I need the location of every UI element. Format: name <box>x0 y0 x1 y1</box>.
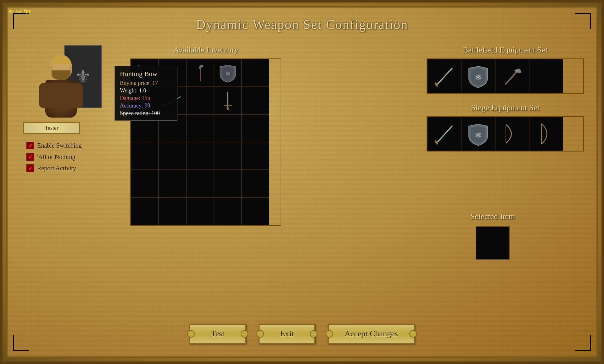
siege-cell-2[interactable] <box>495 117 529 151</box>
item-tooltip: Hunting Bow Buying price: 17 Weight: 1.0… <box>115 66 177 121</box>
parchment-background: 80.02 fps Dynamic Weapon Set Configurati… <box>6 6 598 358</box>
page-title: Dynamic Weapon Set Configuration <box>8 17 596 32</box>
inventory-cell-4-4[interactable] <box>242 170 269 197</box>
battlefield-set-title: Battlefield Equipment Set <box>427 45 584 55</box>
inventory-cell-3-0[interactable] <box>131 142 159 170</box>
selected-item-title: Selected Item <box>414 212 571 221</box>
selected-item-section: Selected Item <box>414 212 571 260</box>
svg-line-14 <box>436 126 452 143</box>
tooltip-accuracy: Accuracy: 99 <box>120 102 172 109</box>
battlefield-cell-0[interactable] <box>427 59 461 93</box>
character-arms <box>39 83 83 108</box>
inventory-cell-4-0[interactable] <box>131 170 159 197</box>
inventory-cell-0-2[interactable] <box>186 59 214 87</box>
svg-text:❄: ❄ <box>225 70 231 77</box>
equipment-section: Battlefield Equipment Set <box>427 45 584 161</box>
siege-cell-3[interactable] <box>529 117 563 151</box>
inventory-cell-3-3[interactable] <box>214 142 242 170</box>
inventory-cell-1-2[interactable] <box>186 87 214 114</box>
inventory-cell-4-1[interactable] <box>159 170 186 197</box>
battlefield-grid: ❄ <box>427 58 584 94</box>
inventory-cell-3-1[interactable] <box>159 142 186 170</box>
bottom-buttons: Test Exit Accept Changes <box>8 324 596 344</box>
checkbox-all-or-nothing-icon[interactable] <box>26 153 34 161</box>
checkboxes-container: Enable Switching 'All or Nothing' Report… <box>26 142 121 172</box>
svg-text:❄: ❄ <box>475 73 482 82</box>
axe-icon <box>185 58 216 89</box>
battlefield-equipment-set: Battlefield Equipment Set <box>427 45 584 94</box>
checkbox-enable-switching-icon[interactable] <box>26 142 34 149</box>
sword2-icon <box>217 90 239 112</box>
siege-set-title: Siege Equipment Set <box>427 103 584 113</box>
fps-counter: 80.02 fps <box>9 9 31 14</box>
inventory-cell-4-2[interactable] <box>186 170 214 197</box>
tooltip-item-name: Hunting Bow <box>120 70 172 78</box>
character-section: ⚜ Tester E <box>20 45 121 176</box>
battlefield-cell-2[interactable] <box>495 59 529 93</box>
tooltip-price: Buying price: 17 <box>120 80 172 86</box>
exit-button[interactable]: Exit <box>259 324 315 344</box>
accept-changes-button[interactable]: Accept Changes <box>328 324 415 344</box>
inventory-title: Available Inventory <box>130 45 281 55</box>
tooltip-speed: Speed rating: 100 <box>120 110 172 117</box>
selected-item-box[interactable] <box>476 226 510 260</box>
inventory-cell-4-3[interactable] <box>214 170 242 197</box>
battlefield-shield-icon: ❄ <box>464 62 492 90</box>
checkbox-item[interactable]: Report Activity <box>26 164 121 172</box>
checkbox-report-activity-label: Report Activity <box>37 165 76 172</box>
character-body <box>45 80 77 118</box>
inventory-cell-5-1[interactable] <box>159 197 186 225</box>
svg-point-9 <box>226 107 229 110</box>
inventory-cell-5-2[interactable] <box>186 197 214 225</box>
shield-icon: ❄ <box>217 62 239 84</box>
inventory-cell-2-3[interactable] <box>214 114 242 142</box>
siege-cell-0[interactable] <box>427 117 461 151</box>
inventory-cell-5-3[interactable] <box>214 197 242 225</box>
battlefield-sword-icon <box>430 62 458 90</box>
inventory-cell-5-4[interactable] <box>242 197 269 225</box>
character-beard <box>52 70 70 80</box>
inventory-cell-5-0[interactable] <box>131 197 159 225</box>
tooltip-weight: Weight: 1.0 <box>120 87 172 94</box>
inventory-cell-1-4[interactable] <box>242 87 269 114</box>
character-name: Tester <box>23 122 80 134</box>
checkbox-item[interactable]: 'All or Nothing' <box>26 153 121 161</box>
checkbox-item[interactable]: Enable Switching <box>26 142 121 149</box>
inventory-cell-0-3[interactable]: ❄ <box>214 59 242 87</box>
checkbox-all-or-nothing-label: 'All or Nothing' <box>37 153 76 161</box>
svg-text:❄: ❄ <box>475 131 482 140</box>
inventory-cell-2-4[interactable] <box>242 114 269 142</box>
tooltip-damage: Damage: 15p <box>120 95 172 102</box>
inventory-cell-0-4[interactable] <box>242 59 269 87</box>
battlefield-cell-1[interactable]: ❄ <box>461 59 495 93</box>
siege-equipment-set: Siege Equipment Set <box>427 103 584 152</box>
battlefield-cell-3[interactable] <box>529 59 563 93</box>
siege-grid: ❄ <box>427 116 584 152</box>
inventory-cell-3-2[interactable] <box>186 142 214 170</box>
svg-line-10 <box>436 68 452 85</box>
test-button[interactable]: Test <box>189 324 246 344</box>
siege-bow-icon <box>498 120 526 148</box>
siege-bow2-icon <box>532 120 560 148</box>
background: 80.02 fps Dynamic Weapon Set Configurati… <box>0 0 604 364</box>
battlefield-axe-icon <box>498 62 526 90</box>
inventory-cell-3-4[interactable] <box>242 142 269 170</box>
siege-sword-icon <box>430 120 458 148</box>
character-head <box>50 55 72 80</box>
inventory-cell-2-2[interactable] <box>186 114 214 142</box>
checkbox-enable-switching-label: Enable Switching <box>37 142 82 149</box>
siege-shield-icon: ❄ <box>464 120 492 148</box>
checkbox-report-activity-icon[interactable] <box>26 164 34 172</box>
inventory-cell-1-3[interactable] <box>214 87 242 114</box>
character-figure <box>39 48 83 118</box>
siege-cell-1[interactable]: ❄ <box>461 117 495 151</box>
character-portrait: ⚜ <box>39 45 102 118</box>
